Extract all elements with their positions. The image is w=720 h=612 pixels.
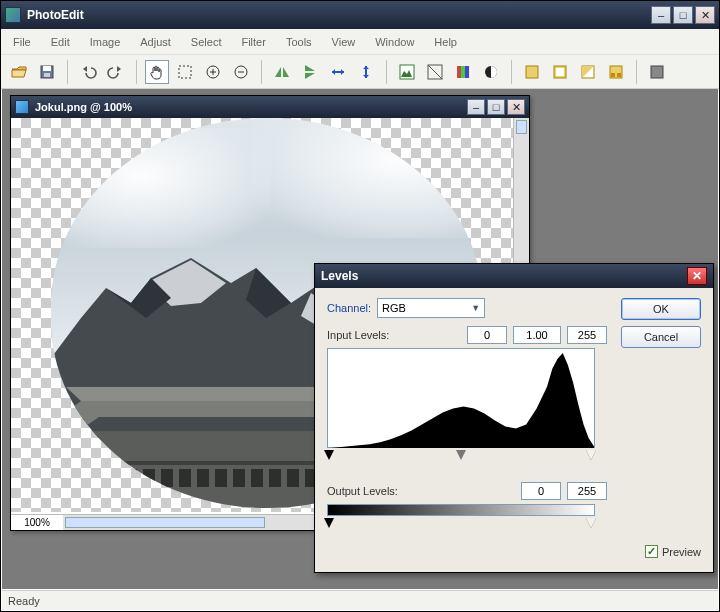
zoom-out-icon[interactable]	[229, 60, 253, 84]
svg-rect-17	[611, 73, 615, 77]
minimize-button[interactable]: –	[651, 6, 671, 24]
output-gradient	[327, 504, 595, 516]
cancel-button[interactable]: Cancel	[621, 326, 701, 348]
workspace: Jokul.png @ 100% – □ ✕	[2, 89, 718, 589]
output-white-handle[interactable]	[586, 518, 596, 528]
canvas-icon[interactable]	[604, 60, 628, 84]
svg-rect-9	[461, 66, 465, 78]
document-title: Jokul.png @ 100%	[35, 101, 467, 113]
input-white-field[interactable]: 255	[567, 326, 607, 344]
menu-file[interactable]: File	[5, 32, 39, 52]
maximize-button[interactable]: □	[673, 6, 693, 24]
rotate-r-icon[interactable]	[548, 60, 572, 84]
channel-value: RGB	[382, 302, 406, 314]
svg-rect-32	[251, 469, 263, 487]
channel-select[interactable]: RGB ▼	[377, 298, 485, 318]
channel-label: Channel:	[327, 302, 371, 314]
menu-image[interactable]: Image	[82, 32, 129, 52]
rotate-l-icon[interactable]	[520, 60, 544, 84]
svg-rect-31	[233, 469, 245, 487]
document-icon	[15, 100, 29, 114]
grayscale-icon[interactable]	[479, 60, 503, 84]
input-levels-label: Input Levels:	[327, 329, 389, 341]
output-white-field[interactable]: 255	[567, 482, 607, 500]
input-black-handle[interactable]	[324, 450, 334, 460]
scrollbar-thumb[interactable]	[516, 120, 527, 134]
window-buttons: – □ ✕	[651, 6, 715, 24]
resize-h-icon[interactable]	[326, 60, 350, 84]
svg-rect-8	[457, 66, 461, 78]
svg-rect-10	[465, 66, 469, 78]
preview-label: Preview	[662, 546, 701, 558]
save-icon[interactable]	[35, 60, 59, 84]
levels-icon[interactable]	[395, 60, 419, 84]
resize-v-icon[interactable]	[354, 60, 378, 84]
menu-tools[interactable]: Tools	[278, 32, 320, 52]
app-window: PhotoEdit – □ ✕ File Edit Image Adjust S…	[0, 0, 720, 612]
brightness-icon[interactable]	[423, 60, 447, 84]
svg-rect-19	[651, 66, 663, 78]
output-slider[interactable]	[327, 518, 595, 532]
app-titlebar: PhotoEdit – □ ✕	[1, 1, 719, 29]
crop-icon[interactable]	[645, 60, 669, 84]
toolbar	[1, 55, 719, 89]
hue-icon[interactable]	[451, 60, 475, 84]
histogram	[327, 348, 595, 448]
svg-rect-34	[287, 469, 299, 487]
chevron-down-icon: ▼	[471, 303, 480, 313]
input-white-handle[interactable]	[586, 450, 596, 460]
marquee-icon[interactable]	[173, 60, 197, 84]
svg-rect-18	[617, 73, 621, 77]
menu-window[interactable]: Window	[367, 32, 422, 52]
preview-toggle[interactable]: ✓ Preview	[645, 545, 701, 558]
svg-rect-12	[526, 66, 538, 78]
menu-select[interactable]: Select	[183, 32, 230, 52]
svg-rect-14	[556, 68, 564, 76]
document-close-button[interactable]: ✕	[507, 99, 525, 115]
levels-title: Levels	[321, 269, 687, 283]
svg-rect-33	[269, 469, 281, 487]
menu-edit[interactable]: Edit	[43, 32, 78, 52]
app-title: PhotoEdit	[27, 8, 651, 22]
flip-v-icon[interactable]	[298, 60, 322, 84]
menu-view[interactable]: View	[324, 32, 364, 52]
redo-icon[interactable]	[104, 60, 128, 84]
rotate-180-icon[interactable]	[576, 60, 600, 84]
document-minimize-button[interactable]: –	[467, 99, 485, 115]
output-black-field[interactable]: 0	[521, 482, 561, 500]
ok-button[interactable]: OK	[621, 298, 701, 320]
document-titlebar[interactable]: Jokul.png @ 100% – □ ✕	[11, 96, 529, 118]
close-button[interactable]: ✕	[695, 6, 715, 24]
flip-h-icon[interactable]	[270, 60, 294, 84]
svg-rect-3	[179, 66, 191, 78]
document-zoom-readout[interactable]: 100%	[11, 514, 63, 530]
menu-adjust[interactable]: Adjust	[132, 32, 179, 52]
input-black-field[interactable]: 0	[467, 326, 507, 344]
svg-rect-27	[161, 469, 173, 487]
preview-checkbox[interactable]: ✓	[645, 545, 658, 558]
scrollbar-thumb[interactable]	[65, 517, 265, 528]
input-gamma-field[interactable]: 1.00	[513, 326, 561, 344]
undo-icon[interactable]	[76, 60, 100, 84]
menu-filter[interactable]: Filter	[233, 32, 273, 52]
output-levels-label: Output Levels:	[327, 485, 398, 497]
app-icon	[5, 7, 21, 23]
menubar: File Edit Image Adjust Select Filter Too…	[1, 29, 719, 55]
levels-dialog: Levels ✕ Channel: RGB ▼ Input Levels:	[314, 263, 714, 573]
input-slider[interactable]	[327, 450, 595, 464]
menu-help[interactable]: Help	[426, 32, 465, 52]
open-icon[interactable]	[7, 60, 31, 84]
svg-rect-29	[197, 469, 209, 487]
svg-rect-2	[44, 73, 50, 77]
statusbar: Ready	[2, 590, 718, 610]
input-gamma-handle[interactable]	[456, 450, 466, 460]
levels-close-button[interactable]: ✕	[687, 267, 707, 285]
zoom-in-icon[interactable]	[201, 60, 225, 84]
svg-rect-30	[215, 469, 227, 487]
document-maximize-button[interactable]: □	[487, 99, 505, 115]
levels-titlebar[interactable]: Levels ✕	[315, 264, 713, 288]
svg-rect-28	[179, 469, 191, 487]
output-black-handle[interactable]	[324, 518, 334, 528]
svg-rect-1	[43, 66, 51, 71]
hand-icon[interactable]	[145, 60, 169, 84]
